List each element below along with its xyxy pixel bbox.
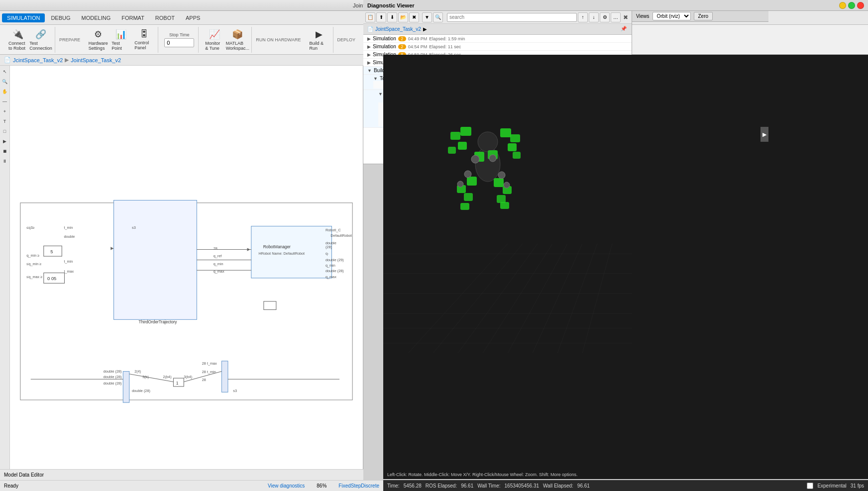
file-tab-name[interactable]: JointSpace_Task_v2: [375, 26, 421, 32]
breadcrumb-main[interactable]: JcintSpace_Task_v2: [13, 57, 63, 63]
svg-rect-36: [264, 301, 276, 310]
ros-elapsed-label: ROS Elapsed:: [426, 483, 457, 489]
arrow-sim4: ▶: [367, 60, 371, 65]
tool-add[interactable]: +: [1, 107, 9, 115]
control-panel-button[interactable]: 🎛 Control Panel: [133, 28, 155, 52]
svg-rect-37: [123, 372, 129, 403]
sim2-elapsed: Elapsed: 11 sec: [429, 44, 461, 49]
test-connection-button[interactable]: 🔗 Test Connection: [30, 28, 52, 52]
svg-point-96: [464, 171, 471, 178]
test-point-button[interactable]: 📊 Test Point: [110, 28, 132, 52]
left-tools: ↖ 🔍 ✋ — + T □ ▶ ⏹ ⏸: [0, 66, 10, 480]
file-tab-icon: 📄: [367, 26, 373, 32]
svg-text:s3: s3: [132, 225, 136, 230]
diag-maximize[interactable]: [848, 2, 855, 9]
diag-tool-1[interactable]: 📋: [365, 12, 375, 22]
svg-text:double (29): double (29): [326, 258, 344, 262]
svg-point-98: [457, 181, 463, 187]
menu-robot[interactable]: ROBOT: [150, 13, 180, 22]
menu-simulation[interactable]: SIMULATION: [2, 13, 45, 22]
menu-apps[interactable]: APPS: [181, 13, 205, 22]
diag-more[interactable]: …: [611, 12, 621, 22]
tool-connect[interactable]: —: [1, 98, 9, 105]
diag-tool-5[interactable]: ✖: [409, 12, 419, 22]
diag-options[interactable]: ⚙: [600, 12, 610, 22]
diag-close-x[interactable]: ✖: [622, 13, 630, 21]
diag-minimize[interactable]: [839, 2, 846, 9]
hardware-icon: ⚙: [94, 29, 102, 40]
model-data-editor[interactable]: Model Data Editor: [0, 469, 363, 480]
wall-time-value: 1653405456.31: [505, 483, 540, 489]
sim1-label: Simulation: [373, 36, 396, 41]
sim1-time: 04:49 PM: [408, 36, 428, 41]
test-point-icon: 📊: [115, 29, 126, 40]
rviz-bottom-bar: Time: 5456.28 ROS Elapsed: 96.61 Wall Ti…: [383, 480, 868, 491]
tool-annotation[interactable]: □: [1, 127, 9, 135]
diag-tool-4[interactable]: 📂: [398, 12, 408, 22]
rviz-scene[interactable]: [383, 55, 868, 479]
svg-rect-83: [513, 152, 521, 159]
svg-rect-82: [508, 143, 517, 151]
views-label: Views: [636, 13, 650, 19]
diag-close[interactable]: [857, 2, 864, 9]
breadcrumb-sub[interactable]: JointSpace_Task_v2: [71, 57, 121, 63]
build-icon: ▶: [316, 29, 323, 40]
collapse-panel-arrow[interactable]: ▶: [760, 127, 768, 142]
arrow-too-model: ▼: [373, 76, 378, 81]
view-diagnostics-link[interactable]: View diagnostics: [268, 483, 305, 489]
tool-stop[interactable]: ⏹: [1, 147, 9, 155]
diag-search-up[interactable]: ↑: [578, 12, 588, 22]
diag-search-down[interactable]: ↓: [589, 12, 599, 22]
experimental-checkbox[interactable]: [807, 483, 813, 489]
diag-pin[interactable]: 📌: [621, 26, 628, 33]
stop-time-input[interactable]: [164, 38, 194, 47]
test-icon: 🔗: [35, 29, 46, 40]
svg-text:HRobot Name: DefaultRobot: HRobot Name: DefaultRobot: [258, 251, 305, 256]
diag-search-input[interactable]: [447, 13, 577, 22]
svg-rect-81: [510, 134, 520, 142]
diag-toolbar: 📋 ⬆ ⬇ 📂 ✖ ▼ 🔍 ↑ ↓ ⚙ … ✖: [363, 11, 632, 24]
matlab-workspace-button[interactable]: 📦 MATLAB Workspac...: [226, 28, 248, 52]
tool-pan[interactable]: ✋: [1, 88, 9, 96]
tool-select[interactable]: ↖: [1, 68, 9, 76]
menu-format[interactable]: FORMAT: [116, 13, 149, 22]
tool-text[interactable]: T: [1, 117, 9, 125]
monitor-group: 📈 Monitor & Tune 📦 MATLAB Workspac...: [201, 27, 252, 53]
tool-pause[interactable]: ⏸: [1, 157, 9, 165]
hardware-settings-button[interactable]: ⚙ Hardware Settings: [87, 28, 109, 52]
svg-text:s3: s3: [233, 389, 237, 393]
svg-text:t_min: t_min: [64, 259, 73, 264]
menu-modeling[interactable]: MODELING: [77, 13, 116, 22]
rviz-area[interactable]: [383, 55, 868, 479]
wall-elapsed-value: 96.61: [577, 483, 590, 489]
diag-search-btn[interactable]: 🔍: [433, 12, 443, 22]
svg-text:2(b4): 2(b4): [163, 375, 172, 379]
diagram-canvas[interactable]: ThirdOrderTrajectory 5 0 05 double q_min…: [10, 66, 363, 480]
simulink-canvas: ↖ 🔍 ✋ — + T □ ▶ ⏹ ⏸ ThirdOrderTrajectory…: [0, 66, 363, 480]
diagnostic-title: Diagnostic Viewer: [367, 2, 415, 8]
svg-rect-80: [500, 128, 511, 137]
diag-item-sim1[interactable]: ▶ Simulation 2 04:49 PM Elapsed: 1:59 mi…: [363, 35, 632, 43]
sim-status-bar: Ready View diagnostics 86% FixedStepDisc…: [0, 480, 383, 491]
arrow-sim3: ▶: [367, 52, 371, 57]
diag-filter-btn[interactable]: ▼: [422, 12, 432, 22]
rviz-help-text: Left-Click: Rotate. Middle-Click: Move X…: [387, 472, 577, 477]
sim2-time: 04:54 PM: [408, 44, 428, 49]
svg-rect-92: [460, 203, 469, 210]
experimental-label: Experimental: [817, 483, 846, 489]
diag-tool-2[interactable]: ⬆: [376, 12, 386, 22]
view-type-select[interactable]: Orbit (rviz): [652, 12, 691, 20]
monitor-tune-button[interactable]: 📈 Monitor & Tune: [204, 28, 225, 52]
wall-time-label: Wall Time:: [477, 483, 500, 489]
build-run-button[interactable]: ▶ Build & Run: [308, 28, 330, 52]
diag-tool-3[interactable]: ⬇: [387, 12, 397, 22]
time-value: 5456.28: [404, 483, 422, 489]
zero-button[interactable]: Zero: [694, 12, 713, 20]
menu-debug[interactable]: DEBUG: [46, 13, 75, 22]
diag-item-sim2[interactable]: ▶ Simulation 2 04:54 PM Elapsed: 11 sec: [363, 43, 632, 51]
tool-zoom[interactable]: 🔍: [1, 78, 9, 86]
control-icon: 🎛: [139, 29, 148, 39]
tool-run[interactable]: ▶: [1, 137, 9, 145]
sim1-badge: 2: [398, 36, 406, 41]
connect-to-robot-button[interactable]: 🔌 Connect to Robot: [7, 28, 29, 52]
